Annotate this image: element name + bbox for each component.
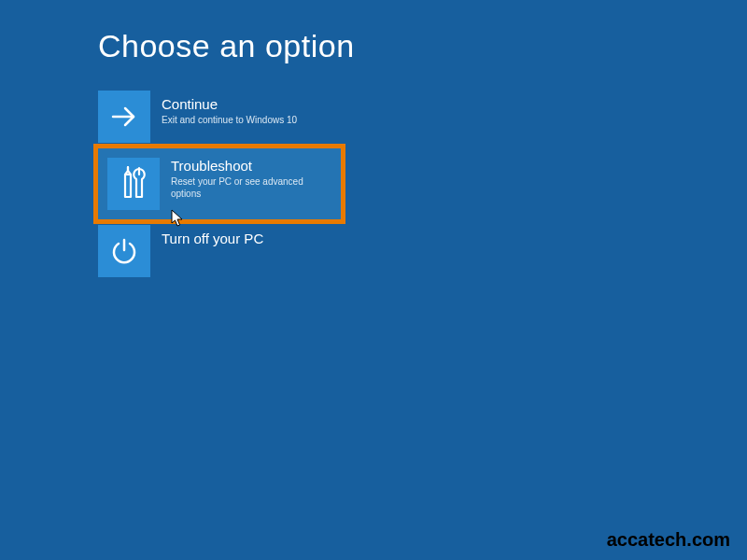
option-body: Troubleshoot Reset your PC or see advanc…	[169, 148, 341, 219]
option-desc: Exit and continue to Windows 10	[162, 114, 331, 126]
watermark: accatech.com	[607, 529, 730, 551]
options-list: Continue Exit and continue to Windows 10	[98, 91, 747, 277]
tools-icon	[107, 158, 160, 210]
arrow-right-icon	[98, 91, 150, 143]
option-label: Troubleshoot	[171, 158, 331, 175]
option-body: Continue Exit and continue to Windows 10	[150, 91, 341, 143]
option-troubleshoot[interactable]: Troubleshoot Reset your PC or see advanc…	[98, 148, 341, 219]
option-label: Turn off your PC	[162, 231, 331, 247]
option-desc: Reset your PC or see advanced options	[171, 175, 331, 200]
option-body: Turn off your PC	[150, 225, 341, 277]
option-turn-off[interactable]: Turn off your PC	[98, 225, 341, 277]
power-icon	[98, 225, 150, 277]
page-title: Choose an option	[98, 28, 747, 64]
option-label: Continue	[162, 96, 331, 113]
option-continue[interactable]: Continue Exit and continue to Windows 10	[98, 91, 341, 143]
